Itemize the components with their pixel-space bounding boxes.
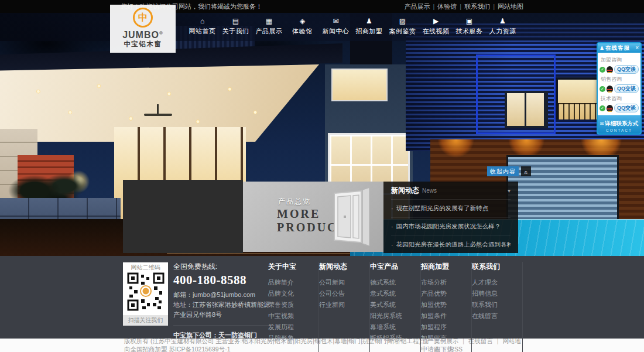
tower-window-top xyxy=(331,69,388,101)
footer-link[interactable]: 申请表下载 xyxy=(421,344,471,352)
footer-link[interactable]: 德式系统 xyxy=(370,277,420,288)
hero-banner: ⌂网站首页 ▤关于我们 ▦产品展示 ◈体验馆 ✉新闻中心 ♟招商加盟 ▨案例鉴赏… xyxy=(0,13,644,256)
footer-link[interactable]: 加盟留言 xyxy=(421,333,471,344)
qr-code xyxy=(127,272,165,311)
footer-link[interactable]: 发展历程 xyxy=(268,322,318,333)
footer-address: 地址：江苏省张家港妙桥镇新能源产业园兄华路8号 xyxy=(173,300,272,320)
contact-detail-label: 详细联系方式 xyxy=(605,120,638,127)
bullet: · xyxy=(391,205,393,212)
photo-icon: ▨ xyxy=(386,17,419,25)
footer-link[interactable]: 品牌文化 xyxy=(268,288,318,299)
logo-emblem-icon: 中 xyxy=(133,8,153,28)
qq-group-label: 技术咨询 xyxy=(601,95,639,102)
nav-item-about[interactable]: ▤关于我们 xyxy=(219,13,252,41)
footer-link[interactable]: 美式系统 xyxy=(370,299,420,310)
footer-link[interactable]: 幕墙系统 xyxy=(370,322,420,333)
footer-link[interactable]: 公司公告 xyxy=(319,288,369,299)
collapse-content-button[interactable]: 收起内容 xyxy=(487,166,519,176)
footer-link[interactable]: 品牌简介 xyxy=(268,277,318,288)
roller-door xyxy=(506,155,619,221)
nav-item-video[interactable]: ▶在线视频 xyxy=(419,13,453,41)
topbar: 您好！欢迎访问公司网站，我们将竭诚为您服务！ 产品展示 | 体验馆 | 联系我们… xyxy=(0,0,644,13)
footer-col-about: 关于中宝 品牌简介 品牌文化 荣誉资质 中宝视频 发展历程 品牌形象 xyxy=(268,262,319,352)
footer-link[interactable]: 在线留言 xyxy=(472,310,522,322)
bullet: · xyxy=(391,223,393,230)
qq-group-label: 加盟咨询 xyxy=(601,56,639,64)
briefcase-icon: ▣ xyxy=(453,17,486,25)
footer-link[interactable]: 中宝视频 xyxy=(268,310,318,322)
person-icon: ♟ xyxy=(486,17,519,25)
nav-item-service[interactable]: ▣技术服务 xyxy=(453,13,486,41)
brand-name: JUMBO® xyxy=(110,29,176,39)
footer-link[interactable]: 联系我们 xyxy=(472,299,522,310)
main-nav: ⌂网站首页 ▤关于我们 ▦产品展示 ◈体验馆 ✉新闻中心 ♟招商加盟 ▨案例鉴赏… xyxy=(0,13,644,41)
footer-link[interactable]: 阳光房系统 xyxy=(370,310,420,322)
nav-item-home[interactable]: ⌂网站首页 xyxy=(186,13,219,41)
news-item[interactable]: ·花园阳光房在漫长的道路上必然会遇到各种挑战 xyxy=(391,236,511,254)
shield-icon: ◈ xyxy=(286,17,319,25)
chat-bubble-icon: ✉ xyxy=(600,121,604,127)
nav-item-join[interactable]: ♟招商加盟 xyxy=(352,13,386,41)
topbar-link-products[interactable]: 产品展示 xyxy=(404,2,430,11)
qq-chat-button[interactable]: QQ交谈 xyxy=(614,84,639,93)
footer-link[interactable]: 断桥铝系统 xyxy=(370,333,420,344)
footer-col-join: 招商加盟 市场分析 产品优势 加盟优势 加盟条件 加盟程序 加盟留言 申请表下载 xyxy=(421,262,472,352)
chevron-down-icon[interactable]: ▾ xyxy=(508,187,511,194)
footer-col-products: 中宝产品 德式系统 意式系统 美式系统 阳光房系统 幕墙系统 断桥铝系统 xyxy=(370,262,421,352)
footer-link[interactable]: 人才理念 xyxy=(472,277,522,288)
footer-contact: 全国免费热线: 400-180-8588 邮箱：jumbo@51jumbo.co… xyxy=(173,262,272,340)
footer-columns: 关于中宝 品牌简介 品牌文化 荣誉资质 中宝视频 发展历程 品牌形象 新闻动态 … xyxy=(268,262,523,352)
topbar-link-contact[interactable]: 联系我们 xyxy=(464,2,490,11)
news-subtitle: News xyxy=(422,187,437,194)
chat-icon: ✉ xyxy=(319,17,352,25)
nav-item-experience[interactable]: ◈体验馆 xyxy=(286,13,319,41)
topbar-link-sitemap[interactable]: 网站地图 xyxy=(498,2,523,11)
footer-link[interactable]: 招聘信息 xyxy=(472,288,522,299)
footer-link[interactable]: 加盟优势 xyxy=(421,299,471,310)
online-service-panel: ♟ 在线客服 × 加盟咨询 ✓ QQ交谈 销售咨询 ✓ QQ交谈 技术咨询 xyxy=(597,42,642,135)
news-item[interactable]: ·现在别墅阳光房的发展有了新特点 xyxy=(391,200,511,218)
nav-item-cases[interactable]: ▨案例鉴赏 xyxy=(386,13,419,41)
footer-link[interactable]: 加盟条件 xyxy=(421,310,471,322)
separator: | xyxy=(493,3,495,10)
footer-link[interactable]: 公司新闻 xyxy=(319,277,369,288)
separator: | xyxy=(460,3,461,10)
qr-caption: 扫描关注我们 xyxy=(123,315,168,326)
person-icon: ♟ xyxy=(600,45,604,51)
contact-detail-subtitle: CONTACT xyxy=(598,128,640,132)
site-logo[interactable]: 中 JUMBO® 中宝铝木窗 xyxy=(110,5,176,53)
footer-link[interactable]: 行业新闻 xyxy=(319,299,369,310)
nav-item-news[interactable]: ✉新闻中心 xyxy=(319,13,352,41)
news-item[interactable]: ·国内市场花园阳光房发展状况怎么样？ xyxy=(391,218,511,236)
nav-items: ⌂网站首页 ▤关于我们 ▦产品展示 ◈体验馆 ✉新闻中心 ♟招商加盟 ▨案例鉴赏… xyxy=(186,13,519,41)
topbar-link-experience[interactable]: 体验馆 xyxy=(437,2,457,11)
qq-chat-button[interactable]: QQ交谈 xyxy=(614,65,639,74)
chevron-up-icon: « xyxy=(521,171,531,175)
brand-chinese-name: 中宝铝木窗 xyxy=(110,40,176,49)
footer-link[interactable]: 品牌形象 xyxy=(268,333,318,344)
news-item-text: 现在别墅阳光房的发展有了新特点 xyxy=(396,204,489,213)
qq-group-label: 销售咨询 xyxy=(601,76,639,83)
footer-link[interactable]: 产品优势 xyxy=(421,288,471,299)
footer-col-news: 新闻动态 公司新闻 公司公告 行业新闻 xyxy=(319,262,370,352)
collapse-toggle[interactable]: « xyxy=(521,166,531,176)
close-icon[interactable]: × xyxy=(635,43,639,53)
footer-link[interactable]: 意式系统 xyxy=(370,288,420,299)
online-service-header: ♟ 在线客服 × xyxy=(598,43,640,53)
more-products-panel[interactable]: 产品总览 MORE PRODUCTS xyxy=(243,182,383,252)
person-add-icon: ♟ xyxy=(352,17,386,25)
footer-link[interactable]: 荣誉资质 xyxy=(268,299,318,310)
nav-item-products[interactable]: ▦产品展示 xyxy=(252,13,286,41)
footer-link[interactable]: 市场分析 xyxy=(421,277,471,288)
content-placeholder-panel xyxy=(123,180,243,253)
nav-item-hr[interactable]: ♟人力资源 xyxy=(486,13,519,41)
bullet: · xyxy=(391,241,393,248)
footer-link[interactable]: 加盟程序 xyxy=(421,322,471,333)
contact-detail-button[interactable]: ✉详细联系方式 CONTACT xyxy=(598,115,640,134)
selection-rectangle xyxy=(476,54,556,134)
news-panel: 新闻动态 News ▾ ·现在别墅阳光房的发展有了新特点 ·国内市场花园阳光房发… xyxy=(383,182,518,253)
qq-chat-button[interactable]: QQ交谈 xyxy=(614,104,639,112)
qq-penguin-icon xyxy=(607,66,613,73)
jumbo-homepage: 您好！欢迎访问公司网站，我们将竭诚为您服务！ 产品展示 | 体验馆 | 联系我们… xyxy=(0,0,644,352)
products-tag: 产品总览 xyxy=(278,197,311,207)
